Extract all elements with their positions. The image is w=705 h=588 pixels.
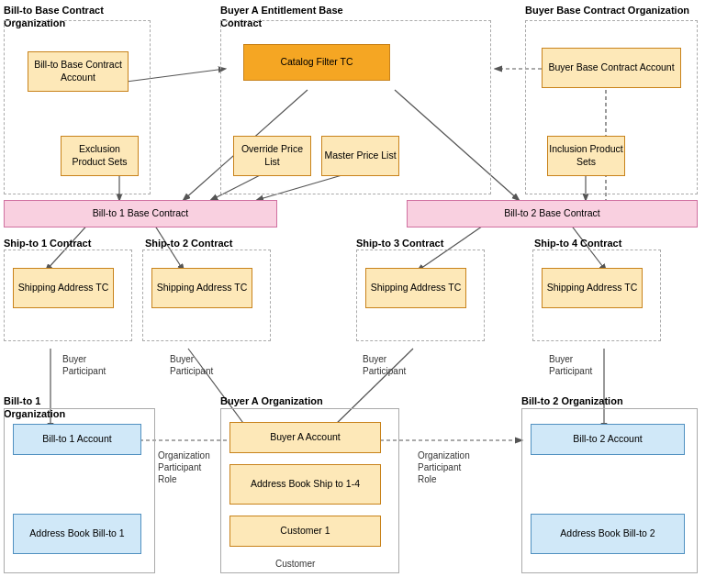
master-price-list: Master Price List <box>321 136 399 176</box>
buyer-participant-label-1: BuyerParticipant <box>62 353 106 377</box>
catalog-filter-tc: Catalog Filter TC <box>243 44 390 81</box>
section-ship-to-3: Ship-to 3 Contract <box>356 237 443 250</box>
section-ship-to-4: Ship-to 4 Contract <box>534 237 621 250</box>
section-ship-to-1: Ship-to 1 Contract <box>4 237 91 250</box>
address-book-bill-to-1: Address Book Bill-to 1 <box>13 514 141 554</box>
buyer-participant-label-3: BuyerParticipant <box>363 353 406 377</box>
shipping-addr-tc-2: Shipping Address TC <box>151 268 252 308</box>
diagram: Bill-to Base Contract Organization Buyer… <box>0 0 705 588</box>
section-buyer-base-org: Buyer Base Contract Organization <box>525 4 690 17</box>
section-ship-to-2: Ship-to 2 Contract <box>145 237 232 250</box>
org-participant-role-label-2: OrganizationParticipantRole <box>418 449 470 485</box>
address-book-ship-1-4: Address Book Ship to 1-4 <box>229 464 381 505</box>
section-buyer-a-org: Buyer A Organization <box>220 394 323 407</box>
customer-1: Customer 1 <box>229 516 381 547</box>
exclusion-product-sets: Exclusion Product Sets <box>61 136 139 176</box>
override-price-list: Override Price List <box>233 136 311 176</box>
shipping-addr-tc-3: Shipping Address TC <box>365 268 466 308</box>
shipping-addr-tc-1: Shipping Address TC <box>13 268 114 308</box>
bill-to-base-contract-account: Bill-to Base Contract Account <box>28 51 129 92</box>
shipping-addr-tc-4: Shipping Address TC <box>542 268 643 308</box>
bill-to-2-base-contract: Bill-to 2 Base Contract <box>407 200 698 227</box>
org-participant-role-label-1: OrganizationParticipantRole <box>158 449 210 485</box>
address-book-bill-to-2: Address Book Bill-to 2 <box>531 514 685 554</box>
buyer-participant-label-2: BuyerParticipant <box>170 353 213 377</box>
buyer-a-account: Buyer A Account <box>229 422 381 453</box>
buyer-base-contract-account: Buyer Base Contract Account <box>542 48 681 88</box>
customer-label: Customer <box>275 558 315 570</box>
inclusion-product-sets: Inclusion Product Sets <box>547 136 625 176</box>
bill-to-1-account: Bill-to 1 Account <box>13 424 141 455</box>
section-bill-to-2-org: Bill-to 2 Organization <box>521 394 623 407</box>
bill-to-1-base-contract: Bill-to 1 Base Contract <box>4 200 277 227</box>
bill-to-2-account: Bill-to 2 Account <box>531 424 685 455</box>
buyer-participant-label-4: BuyerParticipant <box>549 353 592 377</box>
